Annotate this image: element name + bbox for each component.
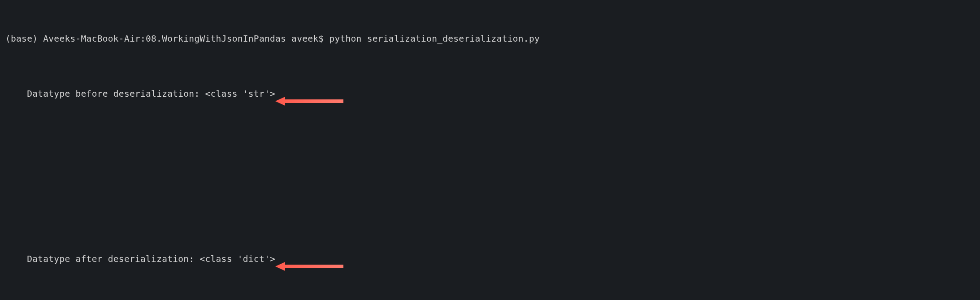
annotation-arrow-2	[273, 261, 345, 272]
arrow-left-icon	[273, 261, 345, 272]
output-line-after-deserialization: Datatype after deserialization: <class '…	[5, 239, 975, 294]
arrow-left-icon	[273, 95, 345, 107]
blank-line	[5, 197, 975, 211]
output-text: Datatype before deserialization: <class …	[27, 89, 275, 99]
command-line: (base) Aveeks-MacBook-Air:08.WorkingWith…	[5, 32, 975, 46]
terminal-output: (base) Aveeks-MacBook-Air:08.WorkingWith…	[5, 4, 975, 300]
output-text: Datatype after deserialization: <class '…	[27, 254, 275, 264]
blank-line	[5, 156, 975, 170]
annotation-arrow-1	[273, 95, 345, 107]
output-line-before-deserialization: Datatype before deserialization: <class …	[5, 73, 975, 129]
